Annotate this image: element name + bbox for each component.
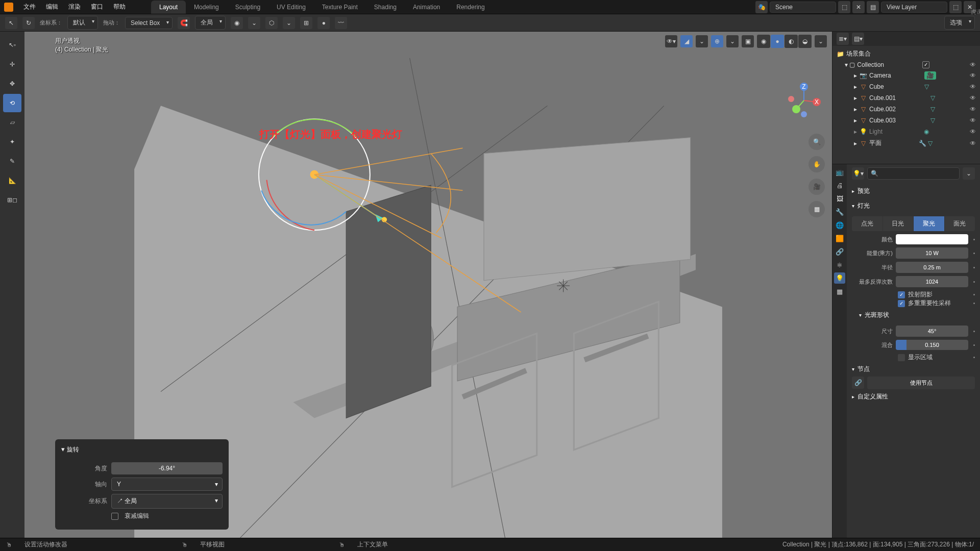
- eye-icon[interactable]: 👁: [970, 94, 976, 102]
- zoom-icon[interactable]: 🔍: [808, 134, 825, 150]
- proptab-physics[interactable]: ⚛: [834, 259, 845, 270]
- menu-help[interactable]: 帮助: [108, 1, 131, 13]
- proptab-scene[interactable]: 🔧: [834, 206, 845, 217]
- eye-icon[interactable]: 👁: [970, 106, 976, 113]
- proptab-render[interactable]: 📺: [834, 166, 845, 178]
- proptab-viewlayer[interactable]: 🖼: [834, 193, 845, 204]
- cursor-tool-icon[interactable]: ↖: [5, 17, 17, 29]
- bounces-input[interactable]: 1024: [896, 276, 968, 287]
- cube001-row[interactable]: ▸ ▽ Cube.001▽👁: [832, 92, 980, 104]
- new-scene-icon[interactable]: ⬚: [838, 1, 850, 13]
- prop-type-icon[interactable]: ⌄: [248, 17, 260, 29]
- coord-sys-select[interactable]: ↗ 全局: [111, 494, 223, 509]
- orientation-dropdown[interactable]: 默认: [67, 16, 98, 30]
- cube002-row[interactable]: ▸ ▽ Cube.002▽👁: [832, 104, 980, 115]
- light-type-spot[interactable]: 聚光: [914, 216, 944, 231]
- tool-annotate[interactable]: ✎: [3, 152, 21, 170]
- shape-icon[interactable]: ●: [317, 17, 330, 29]
- light-type-sun[interactable]: 日光: [883, 216, 914, 231]
- datablock-icon[interactable]: 💡▾: [852, 167, 864, 180]
- tool-select[interactable]: ↖▫: [3, 36, 21, 54]
- outliner-mode-icon[interactable]: ≣▾: [837, 33, 849, 45]
- pin-icon[interactable]: ⌄: [963, 167, 975, 180]
- collection-row[interactable]: ▾ ▢ Collection👁: [832, 60, 980, 70]
- axis-select[interactable]: Y: [111, 478, 223, 491]
- use-nodes-button[interactable]: 使用节点: [867, 377, 975, 389]
- tab-rendering[interactable]: Rendering: [448, 1, 493, 14]
- tool-rotate[interactable]: ⟲: [3, 94, 21, 112]
- light-type-area[interactable]: 面光: [945, 216, 975, 231]
- light-type-point[interactable]: 点光: [852, 216, 883, 231]
- light-row[interactable]: ▸ 💡 Light◉👁: [832, 126, 980, 137]
- grid-icon[interactable]: ⊞: [300, 17, 312, 29]
- decay-checkbox[interactable]: [111, 513, 118, 520]
- tab-animation[interactable]: Animation: [405, 1, 448, 14]
- spot-size-input[interactable]: 45°: [896, 325, 968, 337]
- scene-collection-row[interactable]: 📁 场景集合: [832, 48, 980, 60]
- snap-type-icon[interactable]: ⌄: [283, 17, 295, 29]
- view-layer-input[interactable]: [881, 2, 947, 13]
- tab-uv[interactable]: UV Editing: [268, 1, 314, 14]
- blend-slider[interactable]: 0.150: [896, 340, 968, 350]
- proptab-object[interactable]: 🟧: [834, 233, 845, 244]
- menu-window[interactable]: 窗口: [86, 1, 108, 13]
- new-layer-icon[interactable]: ⬚: [949, 1, 962, 13]
- node-link-icon[interactable]: 🔗: [852, 377, 864, 389]
- scene-browse-icon[interactable]: 🎭: [755, 1, 768, 13]
- eye-icon[interactable]: 👁: [970, 128, 976, 135]
- color-swatch[interactable]: [896, 234, 968, 244]
- pan-icon[interactable]: ✋: [808, 156, 825, 172]
- scene-name-input[interactable]: [770, 2, 836, 13]
- tab-shading[interactable]: Shading: [366, 1, 405, 14]
- curve-icon[interactable]: 〰: [335, 17, 347, 29]
- drag-dropdown[interactable]: Select Box: [125, 17, 173, 29]
- light-section[interactable]: 灯光: [852, 198, 975, 213]
- operator-title[interactable]: ▾ 旋转: [61, 445, 223, 459]
- show-cone-checkbox[interactable]: [898, 354, 905, 361]
- proptab-world[interactable]: 🌐: [834, 219, 845, 231]
- power-input[interactable]: 10 W: [896, 247, 968, 259]
- menu-edit[interactable]: 编辑: [41, 1, 63, 13]
- pivot-dropdown[interactable]: 全局: [195, 16, 226, 30]
- proptab-data[interactable]: 💡: [834, 272, 845, 284]
- spot-shape-section[interactable]: 光斑形状: [852, 308, 975, 322]
- collection-checkbox[interactable]: [922, 61, 929, 68]
- tool-add-cube[interactable]: ⊞◻: [3, 191, 21, 209]
- tab-modeling[interactable]: Modeling: [186, 1, 227, 14]
- tool-scale[interactable]: ▱: [3, 113, 21, 132]
- eye-icon[interactable]: 👁: [970, 72, 976, 79]
- tool-transform[interactable]: ✦: [3, 133, 21, 151]
- snap-toggle-icon[interactable]: ⬡: [265, 17, 278, 29]
- cube-row[interactable]: ▸ ▽ Cube▽👁: [832, 81, 980, 92]
- mis-checkbox[interactable]: ✓: [898, 300, 905, 307]
- tool-move[interactable]: ✥: [3, 74, 21, 93]
- eye-icon[interactable]: 👁: [970, 61, 976, 68]
- tab-layout[interactable]: Layout: [151, 1, 186, 14]
- custom-props-section[interactable]: 自定义属性: [852, 389, 975, 404]
- tool-measure[interactable]: 📐: [3, 171, 21, 190]
- menu-render[interactable]: 渲染: [63, 1, 86, 13]
- snap-icon[interactable]: 🧲: [178, 17, 190, 29]
- eye-icon[interactable]: 👁: [970, 83, 976, 90]
- proptab-output[interactable]: 🖨: [834, 180, 845, 191]
- angle-input[interactable]: -6.94°: [111, 462, 223, 474]
- eye-icon[interactable]: 👁: [970, 140, 976, 147]
- eye-icon[interactable]: 👁: [970, 117, 976, 124]
- proportional-icon[interactable]: ◉: [231, 17, 243, 29]
- proptab-constraints[interactable]: 🔗: [834, 246, 845, 257]
- tab-texture[interactable]: Texture Paint: [314, 1, 366, 14]
- nodes-section[interactable]: 节点: [852, 362, 975, 377]
- camera-view-icon[interactable]: 🎥: [808, 179, 825, 195]
- shadow-checkbox[interactable]: ✓: [898, 291, 905, 298]
- camera-row[interactable]: ▸ 📷 Camera🎥👁: [832, 70, 980, 81]
- cube003-row[interactable]: ▸ ▽ Cube.003▽👁: [832, 115, 980, 126]
- filter-icon[interactable]: ▤▾: [852, 33, 864, 45]
- plane-row[interactable]: ▸ ▽ 平面🔧 ▽👁: [832, 137, 980, 149]
- layer-browse-icon[interactable]: ▤: [867, 1, 879, 13]
- navigation-gizmo[interactable]: Z X: [786, 83, 822, 118]
- tab-sculpting[interactable]: Sculpting: [227, 1, 268, 14]
- preview-section[interactable]: 预览: [852, 184, 975, 198]
- ortho-icon[interactable]: ▦: [808, 201, 825, 217]
- orbit-icon[interactable]: ↻: [22, 17, 35, 29]
- radius-input[interactable]: 0.25 m: [896, 262, 968, 273]
